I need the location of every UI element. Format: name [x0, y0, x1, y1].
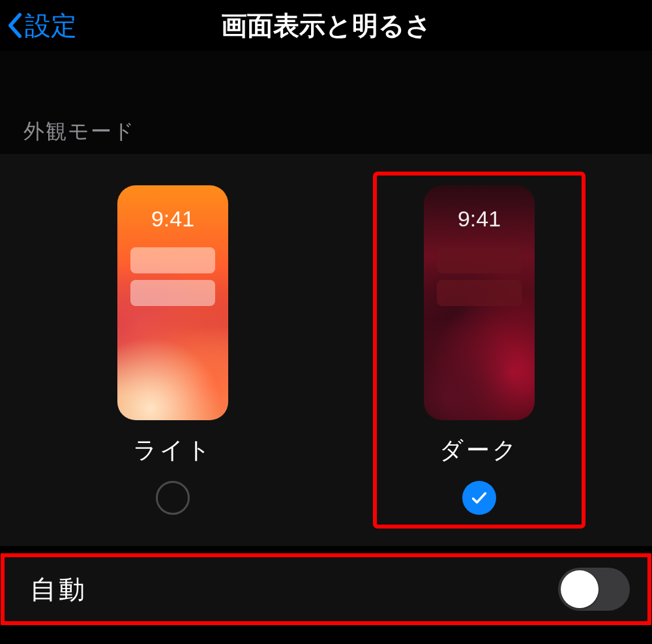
preview-time: 9:41 [117, 206, 228, 232]
spacer [0, 51, 652, 103]
preview-widget [437, 247, 522, 273]
back-label: 設定 [25, 8, 77, 44]
radio-checked-icon[interactable] [462, 481, 496, 515]
preview-widget [130, 280, 215, 306]
back-button[interactable]: 設定 [0, 8, 77, 44]
auto-label: 自動 [30, 572, 87, 607]
section-header-appearance: 外観モード [0, 103, 652, 154]
option-label-dark: ダーク [439, 435, 519, 467]
auto-row: 自動 [3, 555, 649, 623]
navbar: 設定 画面表示と明るさ [0, 0, 652, 51]
auto-toggle[interactable] [558, 568, 630, 611]
chevron-left-icon [8, 12, 22, 38]
phone-preview-light: 9:41 [117, 185, 228, 420]
phone-preview-dark: 9:41 [424, 185, 535, 420]
preview-widget [130, 247, 215, 273]
appearance-panel: 9:41 ライト 9:41 ダーク [0, 154, 652, 546]
appearance-option-dark[interactable]: 9:41 ダーク [375, 174, 584, 527]
divider [0, 546, 652, 555]
switch-knob-icon [561, 570, 599, 608]
preview-widget [437, 280, 522, 306]
appearance-option-light[interactable]: 9:41 ライト [68, 174, 277, 527]
option-label-light: ライト [133, 435, 213, 467]
preview-time: 9:41 [424, 206, 535, 232]
radio-unchecked-icon[interactable] [156, 481, 190, 515]
page-title: 画面表示と明るさ [0, 8, 652, 44]
checkmark-icon [470, 489, 488, 507]
